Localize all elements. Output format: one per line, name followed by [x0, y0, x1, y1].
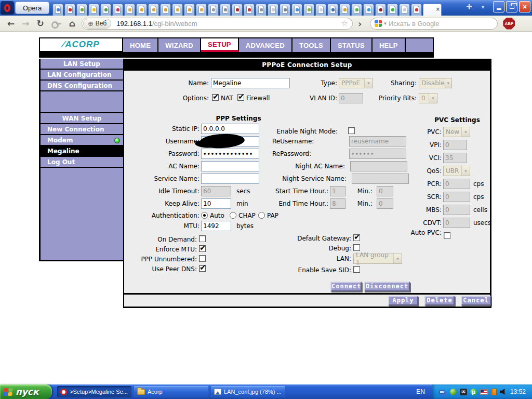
- cancel-button[interactable]: Cancel: [461, 296, 491, 305]
- sidebar-item-dns-configuration[interactable]: DNS Configuration: [41, 81, 123, 91]
- browser-tab[interactable]: [399, 4, 410, 16]
- sidebar-item-log-out[interactable]: Log Out: [41, 157, 123, 168]
- browser-tab[interactable]: [375, 4, 386, 16]
- enforce-mtu-checkbox[interactable]: [199, 245, 206, 252]
- utorrent-icon[interactable]: µ: [470, 389, 477, 395]
- browser-tab[interactable]: [124, 4, 135, 16]
- browser-tab[interactable]: [232, 4, 243, 16]
- browser-tab-active[interactable]: ×: [423, 4, 442, 16]
- firewall-checkbox[interactable]: [237, 94, 244, 101]
- tab-list-chevron-icon[interactable]: ▾: [482, 4, 485, 10]
- nav-tab-help[interactable]: HELP: [373, 38, 406, 52]
- fast-forward-icon[interactable]: ›: [358, 18, 362, 29]
- browser-tab[interactable]: [315, 4, 326, 16]
- ppp-unnumbered-checkbox[interactable]: [199, 255, 206, 262]
- book-icon[interactable]: [491, 389, 497, 395]
- use-peer-dns-checkbox[interactable]: [199, 265, 206, 272]
- browser-tab[interactable]: [184, 4, 195, 16]
- disconnect-button[interactable]: Disconnect: [364, 282, 410, 291]
- browser-tab[interactable]: [363, 4, 374, 16]
- sidebar-item-modem[interactable]: Modem: [41, 135, 123, 146]
- browser-tab[interactable]: [387, 4, 398, 16]
- browser-tab[interactable]: [411, 4, 422, 16]
- browser-tab[interactable]: [52, 4, 63, 16]
- nat-checkbox[interactable]: [212, 94, 219, 101]
- back-icon[interactable]: ←: [7, 19, 15, 28]
- browser-tab[interactable]: [64, 4, 75, 16]
- browser-tab[interactable]: [208, 4, 219, 16]
- sidebar-item-megaline[interactable]: Megaline: [41, 146, 123, 157]
- mtu-input[interactable]: [201, 221, 231, 231]
- browser-tab[interactable]: [136, 4, 147, 16]
- browser-tab[interactable]: [268, 4, 278, 16]
- nav-tab-advanced[interactable]: ADVANCED: [239, 38, 292, 52]
- browser-tab[interactable]: [327, 4, 338, 16]
- mail-icon[interactable]: ✉: [460, 389, 467, 395]
- enable-night-mode-checkbox[interactable]: [348, 127, 355, 134]
- key-icon[interactable]: [51, 21, 62, 26]
- site-badge[interactable]: ⊕ Веб: [83, 19, 111, 29]
- nav-tab-home[interactable]: HOME: [123, 38, 158, 52]
- taskbar-item[interactable]: LAN_conf.jpg (78%) ...: [211, 386, 285, 397]
- browser-tab[interactable]: [303, 4, 314, 16]
- browser-tab[interactable]: [291, 4, 302, 16]
- password-input[interactable]: [201, 149, 259, 159]
- delete-button[interactable]: Delete: [424, 296, 455, 305]
- browser-tab[interactable]: [196, 4, 207, 16]
- browser-tab[interactable]: [172, 4, 183, 16]
- name-input[interactable]: [211, 78, 290, 88]
- browser-tab[interactable]: [351, 4, 362, 16]
- us-flag-icon[interactable]: [480, 389, 488, 395]
- on-demand-checkbox[interactable]: [199, 235, 206, 242]
- sidebar-item-lan-configuration[interactable]: LAN Configuration: [41, 70, 123, 81]
- sidebar-item-new-connection[interactable]: New Connection: [41, 124, 123, 135]
- bookmark-star-icon[interactable]: ☆: [341, 19, 348, 28]
- browser-tab[interactable]: [88, 4, 99, 16]
- home-icon[interactable]: ⌂: [69, 19, 75, 28]
- close-button[interactable]: ×: [519, 1, 530, 12]
- auth-radio-auto[interactable]: [201, 212, 208, 219]
- debug-checkbox[interactable]: [353, 244, 360, 251]
- nav-tab-setup[interactable]: SETUP: [201, 38, 239, 52]
- browser-tab[interactable]: [280, 4, 290, 16]
- auto-pvc-checkbox[interactable]: [444, 232, 450, 239]
- browser-tab[interactable]: [76, 4, 87, 16]
- apply-button[interactable]: Apply: [388, 296, 418, 305]
- opera-menu-button[interactable]: Opera: [15, 2, 49, 14]
- minimize-button[interactable]: [493, 1, 504, 12]
- taskbar-item[interactable]: Acorp: [134, 386, 208, 397]
- search-bar[interactable]: ▾: [370, 18, 498, 30]
- search-input[interactable]: [389, 20, 477, 28]
- tab-close-icon[interactable]: ×: [436, 6, 440, 13]
- browser-tab[interactable]: [100, 4, 111, 16]
- browser-tab[interactable]: [112, 4, 123, 16]
- new-tab-button[interactable]: +: [466, 1, 472, 13]
- start-button[interactable]: пуск: [0, 384, 52, 399]
- forward-icon[interactable]: →: [22, 19, 29, 28]
- enable-save-sid-checkbox[interactable]: [353, 266, 360, 273]
- auth-radio-pap[interactable]: [258, 212, 265, 219]
- default-gateway-checkbox[interactable]: [353, 234, 360, 241]
- browser-tab-strip[interactable]: ×: [52, 0, 461, 16]
- nav-tab-wizard[interactable]: WIZARD: [158, 38, 201, 52]
- nav-tab-status[interactable]: STATUS: [331, 38, 373, 52]
- nav-tab-tools[interactable]: TOOLS: [292, 38, 331, 52]
- address-bar[interactable]: ⊕ Веб 192.168.1.1/cgi-bin/webcm ☆: [82, 18, 353, 30]
- volume-icon[interactable]: [500, 389, 506, 395]
- antivirus-icon[interactable]: [450, 389, 457, 395]
- search-engine-chevron-icon[interactable]: ▾: [384, 21, 387, 26]
- browser-tab[interactable]: [244, 4, 255, 16]
- restore-button[interactable]: [506, 1, 517, 12]
- adblock-icon[interactable]: ABP: [503, 18, 515, 30]
- browser-tab[interactable]: [220, 4, 231, 16]
- browser-tab[interactable]: [339, 4, 350, 16]
- browser-tab[interactable]: [256, 4, 267, 16]
- language-indicator[interactable]: EN: [409, 388, 432, 395]
- network-icon[interactable]: [440, 390, 444, 394]
- auth-radio-chap[interactable]: [230, 212, 236, 219]
- connect-button[interactable]: Connect: [330, 282, 362, 291]
- reload-icon[interactable]: ↻: [37, 19, 44, 28]
- taskbar-item[interactable]: >Setup>Megaline Se...: [57, 386, 131, 397]
- browser-tab[interactable]: [160, 4, 171, 16]
- browser-tab[interactable]: [148, 4, 159, 16]
